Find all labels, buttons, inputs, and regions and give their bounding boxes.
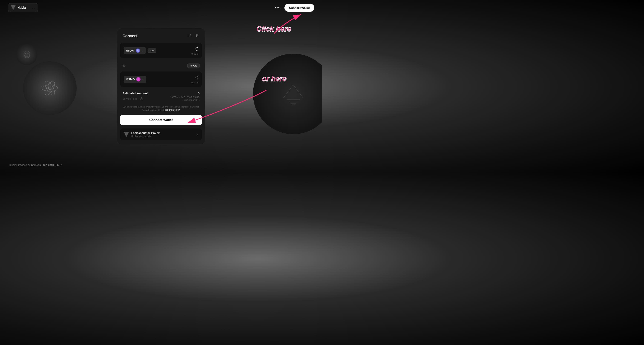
from-token-selector[interactable]: ATOM ⌄ — [124, 47, 146, 54]
bottom-left-info: Liquidity provided by Osmosis 167,060,82… — [8, 164, 62, 166]
brand-logo-icon — [11, 5, 16, 10]
svg-point-17 — [197, 35, 198, 36]
to-token-row: OSMO ⌄ 0 0.00 $ — [124, 74, 198, 84]
osmo-icon — [136, 77, 140, 82]
to-amount-usd: 0.00 $ — [192, 81, 198, 84]
svg-point-2 — [28, 53, 28, 54]
footer-card[interactable]: Look about the Project Confidential use … — [120, 128, 202, 140]
header: Nabla ⌄ ••• Connect Wallet — [0, 0, 322, 15]
footer-card-left: Look about the Project Confidential use … — [124, 132, 160, 137]
to-amount-display: 0 0.00 $ — [192, 74, 198, 84]
svg-point-4 — [42, 85, 58, 92]
to-label: To — [122, 64, 126, 67]
estimated-label: Estimated Amount — [122, 92, 148, 95]
card-actions — [187, 33, 200, 39]
info-icon: i — [140, 97, 143, 100]
footer-subtitle: Confidential use only — [131, 135, 160, 137]
brand-name: Nabla — [18, 6, 31, 10]
card-header: Convert — [117, 28, 205, 43]
svg-point-16 — [196, 34, 197, 35]
svg-point-1 — [25, 53, 26, 54]
header-right: ••• Connect Wallet — [273, 4, 314, 12]
settings-button[interactable] — [194, 33, 200, 39]
estimated-section: Estimated Amount 0 Service Fees - i 1 AT… — [117, 88, 205, 104]
fees-label: Service Fees - i — [122, 97, 143, 100]
from-amount-value: 0 — [192, 46, 198, 52]
connect-wallet-header-button[interactable]: Connect Wallet — [284, 4, 314, 12]
decorative-circle-atom — [23, 61, 77, 115]
liquidity-label: Liquidity provided by Osmosis — [8, 164, 41, 166]
footer-card-text: Look about the Project Confidential use … — [131, 132, 160, 137]
card-title: Convert — [122, 34, 137, 38]
chevron-down-icon: ⌄ — [33, 6, 35, 9]
external-link-icon: ↗ — [196, 133, 198, 136]
slippage-text-before: Due to slippage the final amount you rec… — [123, 106, 200, 111]
convert-card: Convert — [117, 28, 205, 144]
from-token-chevron: ⌄ — [142, 49, 143, 52]
from-token-section: ATOM ⌄ MAX 0 0.00 $ — [120, 43, 202, 58]
liquidity-external-link-icon[interactable]: ↗ — [60, 164, 62, 166]
fees-row: Service Fees - i 1 ATOM ≈ 14.710605 OSMO… — [122, 96, 200, 102]
svg-point-18 — [196, 36, 197, 36]
to-amount-value: 0 — [192, 74, 198, 81]
estimated-row: Estimated Amount 0 — [122, 92, 200, 95]
to-token-section: OSMO ⌄ 0 0.00 $ — [120, 72, 202, 87]
brand-selector[interactable]: Nabla ⌄ — [8, 3, 38, 12]
connect-wallet-main-button[interactable]: Connect Wallet — [120, 114, 202, 125]
to-token-selector[interactable]: OSMO ⌄ — [124, 76, 146, 83]
from-amount-display: 0 0.00 $ — [192, 46, 198, 55]
to-token-symbol: OSMO — [126, 78, 135, 81]
svg-point-3 — [48, 87, 51, 90]
slippage-min-amount: 0 OSMO (0.00$) — [164, 109, 180, 111]
atom-icon — [136, 48, 140, 53]
svg-point-0 — [24, 51, 30, 57]
svg-point-23 — [137, 78, 139, 80]
to-row: To Invert — [117, 60, 205, 72]
liquidity-value: 167,060,827 $ — [43, 164, 59, 166]
slippage-note: Due to slippage the final amount you rec… — [117, 104, 205, 114]
svg-marker-7 — [283, 85, 303, 98]
invert-button[interactable]: Invert — [188, 63, 200, 68]
from-token-symbol: ATOM — [126, 49, 134, 52]
footer-title: Look about the Project — [131, 132, 160, 134]
decorative-circle-small — [16, 44, 38, 65]
decorative-circle-large — [253, 54, 322, 134]
estimated-value: 0 — [198, 92, 200, 95]
more-options-button[interactable]: ••• — [273, 4, 281, 12]
annotation-click-here: Click here — [256, 25, 291, 33]
swap-arrows-button[interactable] — [187, 33, 192, 39]
from-amount-usd: 0.00 $ — [192, 52, 198, 55]
rate-display: 1 ATOM ≈ 14.710605 OSMO Price Impact 0% — [170, 96, 200, 102]
from-token-row: ATOM ⌄ MAX 0 0.00 $ — [124, 46, 198, 55]
max-button[interactable]: MAX — [148, 48, 156, 53]
to-token-chevron: ⌄ — [142, 78, 144, 81]
footer-logo-icon — [124, 132, 129, 137]
